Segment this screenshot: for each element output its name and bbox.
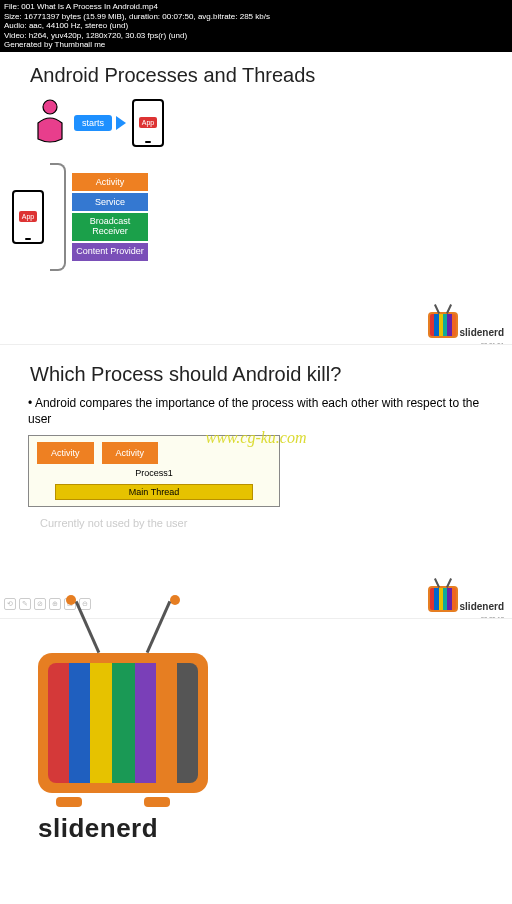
brand-name: slidenerd — [460, 327, 504, 338]
user-icon — [32, 99, 68, 147]
slide1-title: Android Processes and Threads — [30, 64, 512, 87]
meta-size: Size: 16771397 bytes (15.99 MiB), durati… — [4, 12, 508, 22]
user-starts-app-row: starts App — [32, 99, 512, 147]
slide-1: Android Processes and Threads starts App… — [0, 64, 512, 344]
meta-file: File: 001 What Is A Process In Android.m… — [4, 2, 508, 12]
phone-icon: App — [12, 190, 44, 244]
brand-name: slidenerd — [460, 601, 504, 612]
tv-icon-large — [38, 653, 208, 793]
tv-legs — [38, 793, 188, 807]
app-chip: App — [139, 117, 157, 128]
meta-video: Video: h264, yuv420p, 1280x720, 30.03 fp… — [4, 31, 508, 41]
video-metadata-bar: File: 001 What Is A Process In Android.m… — [0, 0, 512, 52]
tool-icon[interactable]: ⊘ — [34, 598, 46, 610]
brand-logo-large: slidenerd — [28, 653, 512, 844]
component-broadcast: Broadcast Receiver — [72, 213, 148, 241]
faded-note: Currently not used by the user — [40, 517, 512, 529]
slide2-title: Which Process should Android kill? — [30, 363, 512, 386]
bracket-icon — [50, 163, 66, 271]
slide2-bullet: • Android compares the importance of the… — [28, 396, 488, 427]
meta-generated: Generated by Thumbnail me — [4, 40, 508, 50]
slide-3: slidenerd 00:07:28 — [0, 618, 512, 904]
activity-row: Activity Activity — [37, 442, 271, 464]
tool-icon[interactable]: ⊕ — [49, 598, 61, 610]
starts-label: starts — [74, 115, 112, 131]
brand-logo-small: slidenerd — [428, 312, 504, 338]
tv-icon — [428, 312, 458, 338]
arrow-right-icon — [116, 116, 126, 130]
tv-icon — [428, 586, 458, 612]
component-stack: Activity Service Broadcast Receiver Cont… — [72, 173, 148, 261]
app-components-row: App Activity Service Broadcast Receiver … — [12, 163, 512, 271]
process-diagram: Activity Activity Process1 Main Thread — [28, 435, 280, 507]
app-chip: App — [19, 211, 37, 222]
tv-screen — [48, 663, 198, 783]
antenna-ball-icon — [66, 595, 76, 605]
component-content: Content Provider — [72, 243, 148, 261]
tool-icon[interactable]: ⟲ — [4, 598, 16, 610]
slide-2: Which Process should Android kill? • And… — [0, 344, 512, 618]
component-service: Service — [72, 193, 148, 211]
process-label: Process1 — [37, 468, 271, 478]
brand-logo-small: slidenerd — [428, 586, 504, 612]
meta-audio: Audio: aac, 44100 Hz, stereo (und) — [4, 21, 508, 31]
tool-icon[interactable]: ✎ — [19, 598, 31, 610]
main-thread-box: Main Thread — [55, 484, 253, 500]
component-activity: Activity — [72, 173, 148, 191]
brand-name-large: slidenerd — [38, 813, 512, 844]
activity-box: Activity — [37, 442, 94, 464]
phone-icon: App — [132, 99, 164, 147]
activity-box: Activity — [102, 442, 159, 464]
slide2-bullet-text: Android compares the importance of the p… — [28, 396, 479, 426]
antenna-ball-icon — [170, 595, 180, 605]
